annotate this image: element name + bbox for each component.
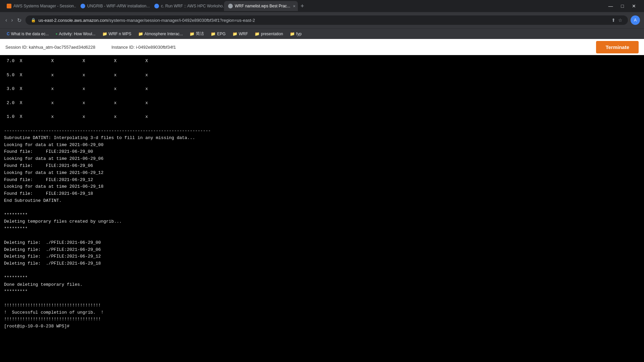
session-info: Session ID: kahhua_atm-0ac7557aed34d6228… [5,45,176,50]
session-id: Session ID: kahhua_atm-0ac7557aed34d6228 [5,45,95,50]
tab-close-4[interactable]: ✕ [292,4,296,9]
tab-favicon-3 [154,4,159,8]
tab-title-2: UNGRIB - WRF-ARW installation... [87,4,150,8]
browser-chrome: AWS Systems Manager - Session... ✕ UNGRI… [0,0,644,39]
terminate-button[interactable]: Terminate [596,41,639,53]
minimize-button[interactable]: — [606,2,616,10]
url-domain: us-east-2.console.aws.amazon.com/systems… [39,18,255,23]
bookmark-icon-circle: ● [55,32,57,36]
window-controls: — □ ✕ [606,2,641,10]
bookmark-presentation[interactable]: 📁 presentation [252,31,286,37]
bookmark-epg[interactable]: 📁 EPG [208,31,228,37]
forward-button[interactable]: › [10,16,14,25]
reload-button[interactable]: ↻ [16,16,23,25]
bookmark-folder-icon-6: 📁 [232,32,237,36]
close-button[interactable]: ✕ [629,2,639,10]
bookmark-folder-icon-7: 📁 [255,32,260,36]
bookmark-label-0: What is the data ec... [11,32,49,36]
bookmark-wrf-wps[interactable]: 📁 WRF n WPS [100,31,134,37]
tab-ungrib[interactable]: UNGRIB - WRF-ARW installation... ✕ [76,1,150,11]
url-action-icons: ⬆ ☆ [611,17,623,23]
tab-title-1: AWS Systems Manager - Session... [13,4,76,8]
bookmark-label-3: Atmosphere Interac... [145,32,183,36]
maximize-button[interactable]: □ [619,2,627,10]
terminal-output[interactable]: 7.0 X X X X X 5.0 X x x x x 3.0 X x x x … [0,55,644,362]
bookmark-folder-icon-2: 📁 [102,32,107,36]
tab-title-3: c. Run WRF :: AWS HPC Worksho... [161,4,224,8]
bookmark-label-7: presentation [261,32,283,36]
bookmark-label-6: WRF [239,32,248,36]
back-button[interactable]: ‹ [4,16,8,25]
bookmark-label-5: EPG [217,32,225,36]
lock-icon: 🔒 [31,18,36,22]
bookmark-icon-c: C [7,32,10,36]
bookmark-label-8: fyp [296,32,302,36]
bookmark-star-icon[interactable]: ☆ [618,17,623,23]
bookmark-folder-icon-4: 📁 [190,32,195,36]
share-icon[interactable]: ⬆ [611,17,615,23]
bookmark-label-2: WRF n WPS [109,32,131,36]
session-bar: Session ID: kahhua_atm-0ac7557aed34d6228… [0,39,644,55]
new-tab-button[interactable]: + [298,1,307,11]
bookmark-folder-icon-3: 📁 [138,32,143,36]
tab-namelist[interactable]: WRF namelist.wps Best Prac... ✕ [224,1,298,11]
bookmark-activity[interactable]: ● Activity: How Woul... [53,31,98,37]
bookmark-label-4: 简洁 [196,31,204,37]
url-bar[interactable]: 🔒 us-east-2.console.aws.amazon.com/syste… [25,15,628,25]
bookmarks-bar: C What is the data ec... ● Activity: How… [0,28,644,39]
bookmark-wrf[interactable]: 📁 WRF [230,31,251,37]
bookmark-fyp[interactable]: 📁 fyp [287,31,304,37]
tab-favicon-4 [228,4,233,8]
bookmark-label-1: Activity: How Woul... [59,32,95,36]
tab-favicon-2 [80,4,85,8]
profile-avatar[interactable]: A [631,15,640,25]
bookmark-folder-icon-8: 📁 [290,32,295,36]
address-bar: ‹ › ↻ 🔒 us-east-2.console.aws.amazon.com… [0,12,644,28]
tab-bar: AWS Systems Manager - Session... ✕ UNGRI… [0,0,644,12]
tab-run-wrf[interactable]: c. Run WRF :: AWS HPC Worksho... ✕ [150,1,224,11]
tab-title-4: WRF namelist.wps Best Prac... [235,4,290,8]
bookmark-data-ec[interactable]: C What is the data ec... [4,31,51,37]
tab-favicon-1 [7,4,11,8]
instance-id: Instance ID: i-0492e89030fbf34f1 [111,45,176,50]
bookmark-atmosphere[interactable]: 📁 Atmosphere Interac... [136,31,186,37]
bookmark-folder-icon-5: 📁 [211,32,216,36]
tab-aws-ssm[interactable]: AWS Systems Manager - Session... ✕ [3,1,76,11]
nav-buttons: ‹ › ↻ [4,16,23,25]
bookmark-jianjie[interactable]: 📁 简洁 [187,30,207,37]
